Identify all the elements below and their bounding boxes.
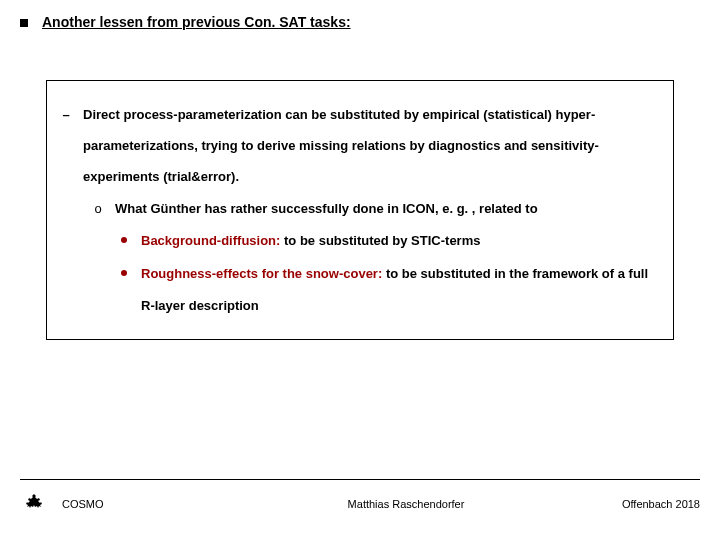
dash-icon: – bbox=[61, 99, 71, 193]
title-row: Another lessen from previous Con. SAT ta… bbox=[20, 14, 700, 30]
circle-bullet: o What Günther has rather successfully d… bbox=[93, 195, 659, 224]
circle-icon: o bbox=[93, 195, 103, 224]
footer-center: Matthias Raschendorfer bbox=[246, 498, 566, 510]
footer-right: Offenbach 2018 bbox=[580, 498, 700, 510]
dash-bullet: – Direct process-parameterization can be… bbox=[61, 99, 659, 193]
disc-2-head: Roughness-effects for the snow-cover: bbox=[141, 266, 382, 281]
footer: COSMO Matthias Raschendorfer Offenbach 2… bbox=[20, 479, 700, 518]
disc-text-2: Roughness-effects for the snow-cover: to… bbox=[141, 258, 659, 320]
eagle-icon bbox=[20, 490, 48, 518]
disc-1-tail: to be substituted by STIC-terms bbox=[280, 233, 480, 248]
disc-icon bbox=[121, 237, 127, 243]
content-box: – Direct process-parameterization can be… bbox=[46, 80, 674, 340]
disc-icon bbox=[121, 270, 127, 276]
footer-row: COSMO Matthias Raschendorfer Offenbach 2… bbox=[20, 490, 700, 518]
footer-left: COSMO bbox=[62, 498, 232, 510]
disc-text-1: Background-diffusion: to be substituted … bbox=[141, 225, 480, 256]
slide: Another lessen from previous Con. SAT ta… bbox=[0, 0, 720, 540]
disc-1-head: Background-diffusion: bbox=[141, 233, 280, 248]
square-bullet-icon bbox=[20, 19, 28, 27]
disc-bullet-1: Background-diffusion: to be substituted … bbox=[121, 225, 659, 256]
dash-text: Direct process-parameterization can be s… bbox=[83, 99, 659, 193]
slide-title: Another lessen from previous Con. SAT ta… bbox=[42, 14, 351, 30]
disc-bullet-2: Roughness-effects for the snow-cover: to… bbox=[121, 258, 659, 320]
footer-divider bbox=[20, 479, 700, 480]
circle-text: What Günther has rather successfully don… bbox=[115, 195, 538, 224]
